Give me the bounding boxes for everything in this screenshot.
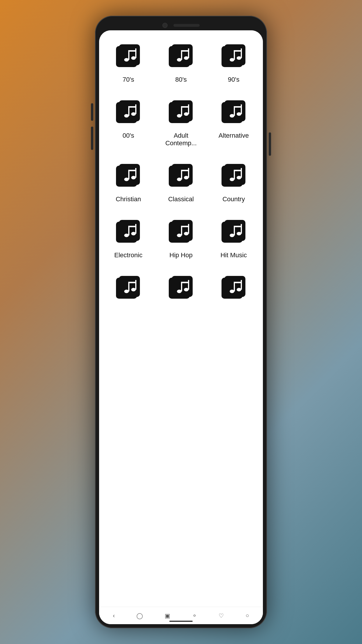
- svg-point-59: [177, 178, 182, 181]
- svg-point-91: [230, 234, 234, 237]
- genre-item-70s[interactable]: 70's: [102, 36, 155, 92]
- svg-rect-70: [241, 168, 242, 178]
- volume-down-button: [91, 127, 93, 150]
- svg-point-19: [230, 58, 234, 62]
- svg-rect-119: [234, 282, 242, 283]
- phone-top-bar: [99, 20, 263, 30]
- svg-rect-39: [181, 106, 189, 108]
- svg-point-67: [230, 178, 234, 181]
- music-icon-christian: [114, 162, 143, 191]
- nav-home-icon[interactable]: ◯: [136, 612, 143, 619]
- music-icon-alternative: [219, 98, 248, 127]
- genre-label-80s: 80's: [175, 76, 187, 83]
- genre-item-adult-contemp[interactable]: Adult Contemp...: [155, 92, 208, 156]
- genre-label-country: Country: [222, 195, 245, 203]
- music-icon-00s: [114, 98, 143, 127]
- svg-rect-110: [188, 280, 189, 290]
- svg-point-108: [184, 288, 189, 291]
- svg-point-100: [131, 288, 136, 291]
- genre-label-00s: 00's: [122, 132, 134, 139]
- svg-rect-38: [188, 104, 189, 114]
- music-icon-genre-13: [114, 274, 143, 303]
- svg-rect-23: [234, 50, 242, 52]
- svg-rect-86: [188, 224, 189, 234]
- genre-item-genre-14[interactable]: [155, 268, 208, 316]
- svg-rect-87: [181, 226, 189, 227]
- volume-up-button: [91, 103, 93, 121]
- genre-label-classical: Classical: [168, 195, 194, 203]
- svg-rect-55: [128, 170, 136, 171]
- nav-heart-icon[interactable]: ♡: [219, 612, 224, 619]
- music-icon-hip-hop: [166, 218, 196, 247]
- genre-item-genre-15[interactable]: [207, 268, 260, 316]
- genre-label-90s: 90's: [228, 76, 240, 83]
- svg-rect-14: [188, 48, 189, 58]
- svg-point-107: [177, 290, 182, 293]
- genre-item-classical[interactable]: Classical: [155, 156, 208, 212]
- svg-point-92: [237, 232, 241, 235]
- genre-item-genre-13[interactable]: [102, 268, 155, 316]
- nav-search-icon[interactable]: ⚬: [192, 612, 197, 619]
- music-icon-adult-contemp: [166, 98, 196, 127]
- genre-grid: 70's 80's: [102, 36, 260, 316]
- genre-item-alternative[interactable]: Alternative: [207, 92, 260, 156]
- svg-rect-54: [135, 168, 136, 178]
- svg-point-44: [237, 112, 241, 116]
- genre-item-country[interactable]: Country: [207, 156, 260, 212]
- nav-profile-icon[interactable]: ○: [246, 612, 249, 619]
- nav-menu-icon[interactable]: ▣: [165, 612, 170, 619]
- genre-item-90s[interactable]: 90's: [207, 36, 260, 92]
- svg-point-28: [131, 112, 136, 116]
- svg-point-83: [177, 234, 182, 237]
- phone-device: 70's 80's: [95, 16, 267, 628]
- svg-rect-47: [234, 106, 242, 108]
- svg-rect-94: [241, 224, 242, 234]
- music-icon-70s: [114, 42, 143, 71]
- genre-item-00s[interactable]: 00's: [102, 92, 155, 156]
- svg-rect-6: [135, 48, 136, 58]
- svg-point-36: [184, 112, 189, 116]
- music-icon-genre-14: [166, 274, 196, 303]
- genre-label-70s: 70's: [122, 76, 134, 83]
- svg-point-11: [177, 58, 182, 62]
- genre-label-electronic: Electronic: [114, 251, 143, 259]
- home-indicator: [169, 621, 193, 622]
- genre-label-hip-hop: Hip Hop: [169, 251, 192, 259]
- genre-item-hit-music[interactable]: Hit Music: [207, 212, 260, 268]
- power-button: [269, 132, 271, 156]
- music-icon-90s: [219, 42, 248, 71]
- screen-content[interactable]: 70's 80's: [99, 30, 263, 624]
- nav-back-icon[interactable]: ‹: [113, 612, 115, 619]
- svg-point-35: [177, 114, 182, 118]
- svg-rect-15: [181, 50, 189, 52]
- svg-point-43: [230, 114, 234, 118]
- genre-label-hit-music: Hit Music: [220, 251, 247, 259]
- genre-label-alternative: Alternative: [219, 132, 249, 139]
- svg-point-51: [124, 178, 129, 181]
- svg-point-4: [131, 56, 136, 60]
- svg-point-12: [184, 56, 189, 60]
- svg-rect-118: [241, 280, 242, 290]
- svg-rect-78: [135, 224, 136, 234]
- phone-screen: 70's 80's: [99, 30, 263, 624]
- svg-point-52: [131, 176, 136, 179]
- svg-rect-103: [128, 282, 136, 283]
- svg-point-27: [124, 114, 129, 118]
- genre-item-80s[interactable]: 80's: [155, 36, 208, 92]
- svg-point-115: [230, 290, 234, 293]
- svg-point-84: [184, 232, 189, 235]
- genre-label-christian: Christian: [116, 195, 141, 203]
- genre-item-hip-hop[interactable]: Hip Hop: [155, 212, 208, 268]
- svg-rect-79: [128, 226, 136, 227]
- svg-point-99: [124, 290, 129, 293]
- genre-item-christian[interactable]: Christian: [102, 156, 155, 212]
- svg-rect-30: [135, 104, 136, 114]
- front-camera: [162, 23, 168, 28]
- phone-speaker: [173, 24, 200, 27]
- music-icon-electronic: [114, 218, 143, 247]
- svg-rect-7: [128, 50, 136, 52]
- svg-rect-22: [241, 48, 242, 58]
- svg-point-3: [124, 58, 129, 62]
- music-icon-country: [219, 162, 248, 191]
- genre-item-electronic[interactable]: Electronic: [102, 212, 155, 268]
